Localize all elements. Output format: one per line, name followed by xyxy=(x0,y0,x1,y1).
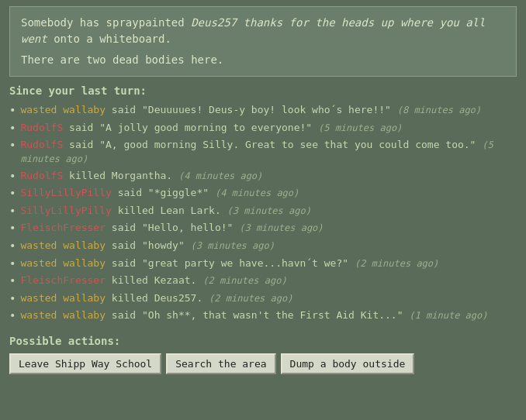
event-text: RudolfS killed Morgantha. (4 minutes ago… xyxy=(20,169,262,183)
player-name: FleischFresser xyxy=(20,274,106,286)
list-item: • wasted wallaby said "great party we ha… xyxy=(9,256,517,272)
event-text: RudolfS said "A, good morning Silly. Gre… xyxy=(20,138,517,166)
timestamp: (1 minute ago) xyxy=(409,310,487,321)
event-text: RudolfS said "A jolly good morning to ev… xyxy=(20,121,402,135)
player-name: RudolfS xyxy=(20,170,63,181)
message-box: Somebody has spraypainted Deus257 thanks… xyxy=(9,6,517,77)
list-item: • RudolfS said "A, good morning Silly. G… xyxy=(9,138,517,166)
timestamp: (3 minutes ago) xyxy=(227,205,311,216)
timestamp: (4 minutes ago) xyxy=(178,170,262,181)
timestamp: (8 minutes ago) xyxy=(397,105,481,115)
timestamp: (5 minutes ago) xyxy=(20,139,493,164)
bullet-icon: • xyxy=(9,186,16,201)
timestamp: (2 minutes ago) xyxy=(202,275,286,286)
dump-body-button[interactable]: Dump a body outside xyxy=(281,353,415,374)
player-name: wasted wallaby xyxy=(20,257,106,269)
whiteboard-message: Somebody has spraypainted Deus257 thanks… xyxy=(21,15,505,47)
list-item: • wasted wallaby said "Oh sh**, that was… xyxy=(9,308,517,324)
timestamp: (3 minutes ago) xyxy=(191,240,275,251)
player-name: RudolfS xyxy=(20,139,63,150)
bullet-icon: • xyxy=(9,204,16,219)
event-text: SillyLillyPilly said "*giggle*" (4 minut… xyxy=(20,186,299,200)
player-name: wasted wallaby xyxy=(20,239,106,251)
search-area-button[interactable]: Search the area xyxy=(166,353,275,374)
bullet-icon: • xyxy=(9,239,16,254)
player-name: FleischFresser xyxy=(20,222,106,233)
events-list: • wasted wallaby said "Deuuuues! Deus-y … xyxy=(9,103,517,324)
list-item: • RudolfS said "A jolly good morning to … xyxy=(9,121,517,136)
event-text: wasted wallaby said "Deuuuues! Deus-y bo… xyxy=(20,103,481,117)
event-text: wasted wallaby said "great party we have… xyxy=(20,256,438,270)
event-text: wasted wallaby said "howdy" (3 minutes a… xyxy=(20,239,275,253)
since-last-turn-title: Since your last turn: xyxy=(9,84,517,97)
player-name: RudolfS xyxy=(20,122,63,133)
player-name: SillyLillyPilly xyxy=(20,205,111,216)
player-name: wasted wallaby xyxy=(20,309,106,321)
bodies-message: There are two dead bodies here. xyxy=(21,52,505,68)
list-item: • SillyLillyPilly said "*giggle*" (4 min… xyxy=(9,186,517,201)
message-prefix: Somebody has spraypainted xyxy=(21,16,191,29)
event-text: FleischFresser killed Kezaat. (2 minutes… xyxy=(20,274,286,287)
bullet-icon: • xyxy=(9,308,16,324)
bullet-icon: • xyxy=(9,221,16,236)
list-item: • FleischFresser said "Hello, hello!" (3… xyxy=(9,221,517,236)
timestamp: (2 minutes ago) xyxy=(209,293,292,304)
event-text: SillyLillyPilly killed Lean Lark. (3 min… xyxy=(20,204,311,218)
actions-title: Possible actions: xyxy=(9,335,517,347)
bullet-icon: • xyxy=(9,291,16,307)
bullet-icon: • xyxy=(9,256,16,272)
bullet-icon: • xyxy=(9,169,16,184)
event-text: wasted wallaby killed Deus257. (2 minute… xyxy=(20,291,292,305)
timestamp: (3 minutes ago) xyxy=(239,222,323,233)
timestamp: (4 minutes ago) xyxy=(215,188,299,198)
bullet-icon: • xyxy=(9,121,16,136)
bullet-icon: • xyxy=(9,138,16,153)
player-name: SillyLillyPilly xyxy=(20,187,111,198)
timestamp: (2 minutes ago) xyxy=(355,258,438,269)
bullet-icon: • xyxy=(9,274,16,289)
main-container: Somebody has spraypainted Deus257 thanks… xyxy=(0,0,526,380)
message-suffix: onto a whiteboard. xyxy=(47,33,171,45)
list-item: • SillyLillyPilly killed Lean Lark. (3 m… xyxy=(9,204,517,219)
list-item: • FleischFresser killed Kezaat. (2 minut… xyxy=(9,274,517,289)
player-name: wasted wallaby xyxy=(20,104,106,115)
timestamp: (5 minutes ago) xyxy=(318,122,402,133)
list-item: • RudolfS killed Morgantha. (4 minutes a… xyxy=(9,169,517,184)
list-item: • wasted wallaby said "howdy" (3 minutes… xyxy=(9,239,517,254)
list-item: • wasted wallaby killed Deus257. (2 minu… xyxy=(9,291,517,307)
player-name: wasted wallaby xyxy=(20,292,106,304)
bullet-icon: • xyxy=(9,103,16,119)
event-text: FleischFresser said "Hello, hello!" (3 m… xyxy=(20,221,323,235)
event-text: wasted wallaby said "Oh sh**, that wasn'… xyxy=(20,308,487,322)
actions-row: Leave Shipp Way School Search the area D… xyxy=(9,353,517,374)
list-item: • wasted wallaby said "Deuuuues! Deus-y … xyxy=(9,103,517,119)
leave-school-button[interactable]: Leave Shipp Way School xyxy=(9,353,161,374)
